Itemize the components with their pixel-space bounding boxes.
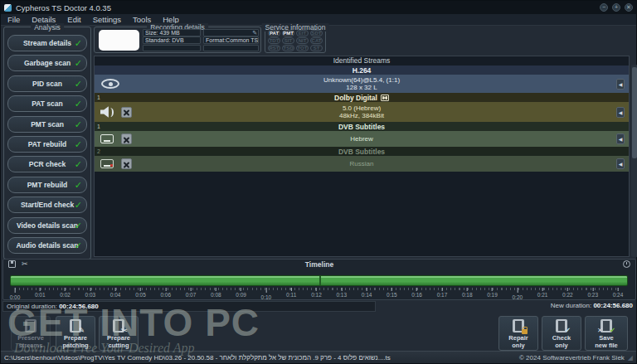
- check-icon: ✓: [75, 160, 82, 168]
- analysis-title: Analysis: [31, 23, 64, 32]
- analysis-button[interactable]: PAT scan ✓: [7, 95, 87, 112]
- timeline-tick: 0:05: [135, 288, 146, 298]
- collapse-arrow-button[interactable]: ◀: [616, 133, 625, 144]
- recording-details-panel: Recording details Size: 439 MB Standard:…: [94, 27, 261, 53]
- check-icon: ✓: [75, 140, 82, 148]
- menu-item[interactable]: Edit: [67, 15, 80, 24]
- check-icon: ✓: [75, 181, 82, 189]
- title-bar: Cypheros TS Doctor 4.0.35 − + ✕: [1, 1, 636, 14]
- analysis-button[interactable]: PID scan ✓: [7, 75, 87, 92]
- edit-pencil-icon[interactable]: ✎: [252, 30, 257, 36]
- timeline-tick: 0:20: [513, 288, 523, 300]
- collapse-arrow-button[interactable]: ◀: [616, 107, 625, 118]
- scissors-icon[interactable]: ✂: [22, 260, 28, 268]
- tick-label: 0:16: [411, 292, 422, 298]
- tick-label: 0:02: [60, 292, 71, 298]
- timeline-tick: 0:01: [35, 288, 46, 298]
- check-icon: ✓: [75, 201, 82, 209]
- table-badge: TOT: [296, 45, 309, 51]
- analysis-panel: Analysis Stream details ✓ Garbage scan ✓…: [3, 27, 91, 260]
- timeline-tick: 0:02: [60, 288, 71, 298]
- clock-icon[interactable]: [623, 260, 630, 268]
- subtitle1-language: Hebrew: [95, 135, 629, 143]
- collapse-arrow-button[interactable]: ◀: [616, 158, 625, 169]
- subtitle2-stream-row[interactable]: Russian ◀: [95, 156, 629, 172]
- analysis-button-label: PID scan: [32, 80, 62, 88]
- analysis-button[interactable]: Audio details scan ✓: [7, 237, 87, 254]
- new-duration: New duration: 00:24:56.680: [551, 302, 633, 309]
- film-pencil-icon: ✎: [70, 319, 81, 332]
- analysis-button[interactable]: Video details scan ✓: [7, 217, 87, 234]
- timeline-tick: 0:09: [236, 288, 246, 298]
- timeline-marker[interactable]: [319, 276, 321, 285]
- window-title: Cypheros TS Doctor 4.0.35: [16, 3, 111, 12]
- standard-field: Standard: DVB: [143, 36, 201, 44]
- analysis-button[interactable]: Stream details ✓: [7, 35, 87, 51]
- collapse-arrow-button[interactable]: ◀: [616, 79, 625, 90]
- tick-label: 0:15: [387, 292, 397, 298]
- timeline-tick: 0:12: [311, 288, 322, 298]
- tick-label: 0:21: [537, 292, 548, 298]
- original-duration: Original duration: 00:24:56.680: [2, 301, 376, 312]
- timeline-tick: 0:08: [211, 288, 221, 298]
- save-new-file-button[interactable]: ✕✔ Savenew file: [585, 316, 628, 351]
- tick-label: 0:18: [462, 292, 473, 298]
- maximize-button[interactable]: +: [612, 3, 620, 12]
- minimize-button[interactable]: −: [600, 3, 608, 12]
- tick-label: 0:19: [487, 292, 498, 298]
- timeline-tick: 0:24: [613, 288, 624, 298]
- analysis-button[interactable]: Start/End check ✓: [7, 197, 87, 213]
- tick-label: 0:14: [362, 292, 372, 298]
- check-icon: ✓: [75, 120, 82, 129]
- tick-label: 0:06: [160, 292, 171, 298]
- tick-label: 0:04: [110, 292, 121, 298]
- menu-item[interactable]: File: [7, 15, 20, 24]
- snap-tool-icon[interactable]: [8, 260, 16, 268]
- analysis-button[interactable]: PMT scan ✓: [7, 116, 87, 133]
- timeline-tick: 0:14: [362, 288, 372, 298]
- check-only-button[interactable]: ✔ Checkonly: [542, 316, 581, 351]
- analysis-button[interactable]: PCR check ✓: [7, 156, 87, 172]
- tick-label: 0:01: [35, 292, 46, 298]
- subtitle2-codec-label: DVB Subtitles: [95, 148, 629, 156]
- video-stream-row[interactable]: Unknown(64)@L5.4, (1:1) 128 x 32 L ◀: [95, 75, 629, 93]
- timeline-tick: 0:23: [587, 288, 598, 298]
- analysis-button[interactable]: Garbage scan ✓: [7, 55, 87, 71]
- resize-grip[interactable]: ◢: [628, 354, 633, 362]
- close-button[interactable]: ✕: [625, 3, 633, 12]
- check-icon: ✓: [75, 80, 82, 88]
- repair-only-button[interactable]: Repaironly: [498, 316, 538, 351]
- timeline-tick: 0:00: [10, 288, 21, 300]
- timeline-tick: 0:15: [387, 288, 397, 298]
- stream-index: 1: [97, 95, 100, 100]
- analysis-button[interactable]: PAT rebuild ✓: [7, 136, 87, 153]
- prepare-cutting-button[interactable]: ✂ Preparecutting: [99, 316, 139, 351]
- timeline-ruler: 0:00 0:01 0:02 0:03 0:04 0:05 0:06: [15, 288, 618, 299]
- tick-label: 0:12: [311, 292, 322, 298]
- stream-index: 2: [97, 148, 100, 154]
- subtitle2-stream-header: 2 DVB Subtitles: [95, 147, 629, 156]
- status-bar: C:\Users\benhour\Videos\ProgTV\Yes TV Co…: [1, 351, 636, 363]
- subtitle2-language: Russian: [95, 160, 629, 167]
- table-badge: NIT: [296, 37, 309, 44]
- analysis-button-label: PMT rebuild: [27, 181, 68, 189]
- timeline-tick: 0:13: [336, 288, 347, 298]
- scrollbar-thumb[interactable]: [632, 67, 637, 158]
- audio-stream-row[interactable]: 5.0 (Hebrew) 48kHz, 384kBit ◀: [95, 102, 629, 122]
- analysis-button-label: Audio details scan: [16, 241, 78, 250]
- check-icon: ✓: [75, 59, 82, 67]
- timeline-tick: 0:11: [286, 288, 296, 298]
- app-window: Cypheros TS Doctor 4.0.35 − + ✕ FileDeta…: [0, 0, 637, 364]
- menu-item[interactable]: Settings: [93, 15, 121, 24]
- tick-label: 0:09: [236, 292, 246, 298]
- preview-thumbnail[interactable]: [99, 30, 139, 51]
- timeline-tick: 0:03: [85, 288, 96, 298]
- tick-label: 0:10: [261, 294, 272, 300]
- timeline-track[interactable]: [10, 275, 628, 286]
- analysis-button[interactable]: PMT rebuild ✓: [7, 177, 87, 193]
- timeline-tick: 0:22: [562, 288, 573, 298]
- streams-scrollbar[interactable]: [631, 65, 637, 257]
- subtitle1-stream-row[interactable]: Hebrew ◀: [95, 131, 629, 147]
- prepare-patching-button[interactable]: ✎ Preparepatching: [56, 316, 95, 351]
- service-info-panel: Service information PATPMTEITSDTTDTSITNI…: [265, 27, 326, 53]
